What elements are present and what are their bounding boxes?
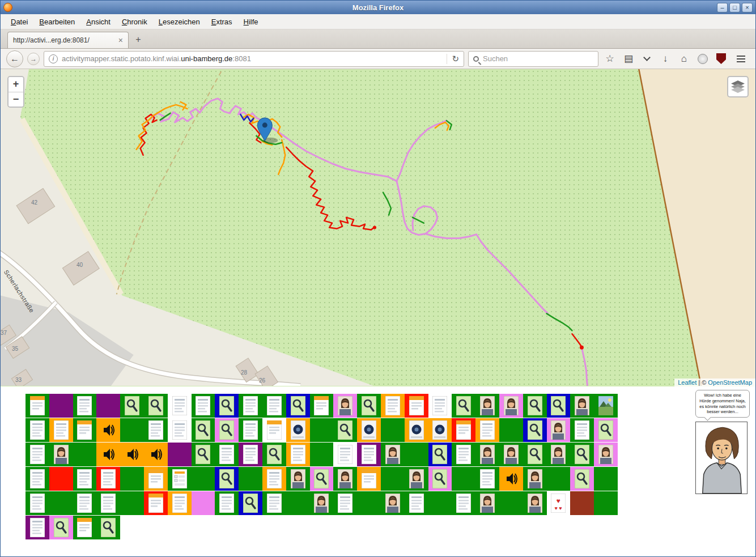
timeline-thumbnail-doc[interactable]	[381, 394, 405, 418]
menu-extras[interactable]: Extras	[206, 15, 238, 29]
timeline-thumbnail-portrait[interactable]	[333, 467, 357, 491]
new-tab-button[interactable]: +	[130, 33, 146, 47]
timeline-thumbnail-zoom[interactable]	[120, 394, 144, 418]
timeline-thumbnail-none[interactable]	[49, 467, 73, 491]
timeline-thumbnail-card[interactable]	[357, 467, 381, 491]
timeline-thumbnail-none[interactable]	[49, 491, 73, 515]
timeline-thumbnail-portrait[interactable]	[475, 491, 499, 515]
menu-lesezeichen[interactable]: Lesezeichen	[153, 15, 206, 29]
timeline-thumbnail-zoom[interactable]	[357, 394, 381, 418]
timeline-thumbnail-doc[interactable]	[26, 418, 49, 442]
timeline-thumbnail-none[interactable]	[452, 467, 475, 491]
timeline-thumbnail-none[interactable]	[239, 467, 262, 491]
bookmark-star-icon[interactable]: ☆	[602, 53, 617, 65]
map-view[interactable]: + − Scherlachstraße 42403735332826 Leafl…	[1, 69, 755, 386]
timeline-thumbnail-none[interactable]	[381, 467, 405, 491]
timeline-thumbnail-portrait[interactable]	[381, 443, 405, 466]
timeline-thumbnail-doc[interactable]	[215, 443, 239, 466]
timeline-thumbnail-none[interactable]	[499, 418, 523, 442]
timeline-thumbnail-none[interactable]	[310, 418, 334, 442]
timeline-thumbnail-portrait[interactable]	[333, 394, 357, 418]
timeline-thumbnail-doc[interactable]	[428, 394, 452, 418]
timeline-thumbnail-zoom[interactable]	[310, 467, 334, 491]
timeline-thumbnail-none[interactable]	[192, 491, 215, 515]
timeline-thumbnail-doc[interactable]	[357, 443, 381, 466]
timeline-thumbnail-doc[interactable]	[262, 467, 286, 491]
timeline-thumbnail-portrait[interactable]	[594, 443, 618, 466]
timeline-thumbnail-camera[interactable]	[357, 418, 381, 442]
timeline-thumbnail-photo[interactable]	[594, 394, 618, 418]
timeline-thumbnail-speaker[interactable]	[96, 418, 120, 442]
timeline-thumbnail-doc[interactable]	[144, 418, 168, 442]
library-icon[interactable]: ▤	[621, 53, 636, 65]
url-bar[interactable]: i activitymapper.static.potato.kinf.wiai…	[44, 51, 464, 67]
timeline-thumbnail-doc[interactable]	[452, 443, 475, 466]
maximize-button[interactable]: □	[729, 3, 740, 12]
timeline-thumbnail-zoom[interactable]	[523, 443, 547, 466]
timeline-thumbnail-doc[interactable]	[168, 418, 192, 442]
timeline-thumbnail-zoom[interactable]	[333, 418, 357, 442]
timeline-thumbnail-none[interactable]	[120, 418, 144, 442]
timeline-thumbnail-doc[interactable]	[96, 491, 120, 515]
timeline-thumbnail-portrait[interactable]	[499, 394, 523, 418]
timeline-thumbnail-zoom[interactable]	[192, 418, 215, 442]
timeline-thumbnail-zoom[interactable]	[523, 394, 547, 418]
timeline-thumbnail-zoom[interactable]	[215, 467, 239, 491]
timeline-thumbnail-portrait[interactable]	[381, 491, 405, 515]
timeline-thumbnail-hearts[interactable]: ♥♥ ♥	[547, 491, 571, 515]
timeline-thumbnail-doc[interactable]	[168, 394, 192, 418]
timeline-thumbnail-zoom[interactable]	[523, 418, 547, 442]
timeline-thumbnail-speaker[interactable]	[144, 443, 168, 466]
timeline-thumbnail-doc[interactable]	[239, 418, 262, 442]
timeline-thumbnail-card[interactable]	[144, 467, 168, 491]
menu-chronik[interactable]: Chronik	[116, 15, 153, 29]
pocket-icon[interactable]	[643, 54, 651, 61]
timeline-thumbnail-zoom[interactable]	[452, 394, 475, 418]
timeline-thumbnail-doc[interactable]	[239, 394, 262, 418]
timeline-thumbnail-portrait[interactable]	[523, 491, 547, 515]
timeline-thumbnail-doc[interactable]	[26, 516, 49, 539]
timeline-thumbnail-card[interactable]	[73, 418, 97, 442]
timeline-thumbnail-speaker[interactable]	[120, 443, 144, 466]
timeline-thumbnail-doc[interactable]	[475, 467, 499, 491]
timeline-thumbnail-zoom[interactable]	[594, 418, 618, 442]
forward-button[interactable]: →	[27, 53, 40, 65]
menu-ansicht[interactable]: Ansicht	[80, 15, 116, 29]
close-button[interactable]: ×	[742, 3, 753, 12]
timeline-thumbnail-doc[interactable]	[26, 443, 49, 466]
timeline-thumbnail-doc[interactable]	[26, 491, 49, 515]
search-input[interactable]	[483, 54, 593, 63]
zoom-in-button[interactable]: +	[9, 77, 23, 92]
timeline-thumbnail-doc[interactable]	[73, 467, 97, 491]
timeline-thumbnail-doc[interactable]	[192, 394, 215, 418]
timeline-thumbnail-none[interactable]	[428, 491, 452, 515]
timeline-thumbnail-zoom[interactable]	[215, 394, 239, 418]
timeline-thumbnail-none[interactable]	[357, 491, 381, 515]
timeline-thumbnail-portrait[interactable]	[286, 467, 310, 491]
timeline-thumbnail-none[interactable]	[547, 467, 571, 491]
timeline-thumbnail-portrait[interactable]	[49, 443, 73, 466]
zoom-out-button[interactable]: −	[9, 92, 23, 107]
timeline-thumbnail-doc[interactable]	[73, 394, 97, 418]
timeline-thumbnail-zoom[interactable]	[286, 394, 310, 418]
timeline-thumbnail-none[interactable]	[310, 443, 334, 466]
timeline-thumbnail-zoom[interactable]	[570, 467, 594, 491]
timeline-thumbnail-doc[interactable]	[452, 491, 475, 515]
timeline-thumbnail-card[interactable]	[144, 491, 168, 515]
timeline-thumbnail-none[interactable]	[120, 491, 144, 515]
leaflet-link[interactable]: Leaflet	[678, 379, 696, 386]
timeline-thumbnail-zoom[interactable]	[215, 418, 239, 442]
layers-control[interactable]	[727, 76, 749, 97]
timeline-thumbnail-doc[interactable]	[475, 418, 499, 442]
timeline-thumbnail-zoom[interactable]	[192, 443, 215, 466]
timeline-thumbnail-none[interactable]	[499, 491, 523, 515]
reload-button[interactable]: ↻	[447, 54, 459, 64]
timeline-thumbnail-doc[interactable]	[215, 491, 239, 515]
timeline-thumbnail-doc[interactable]	[405, 491, 428, 515]
timeline-thumbnail-portrait[interactable]	[310, 491, 334, 515]
timeline-thumbnail-card[interactable]	[262, 418, 286, 442]
timeline-thumbnail-camera[interactable]	[428, 418, 452, 442]
back-button[interactable]: ←	[6, 50, 23, 67]
timeline-thumbnail-doc[interactable]	[49, 418, 73, 442]
menu-datei[interactable]: Datei	[5, 15, 33, 29]
